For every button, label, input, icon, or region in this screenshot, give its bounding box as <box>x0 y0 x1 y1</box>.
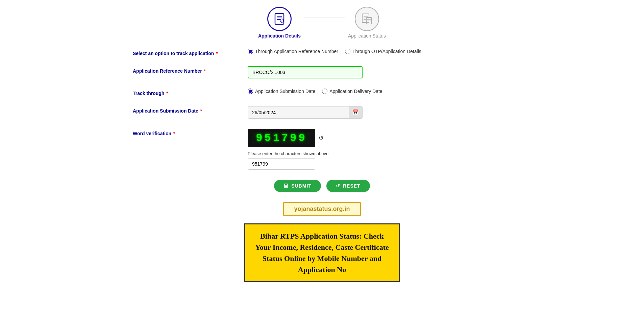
captcha-hint: Please enter the characters shown above <box>248 151 511 156</box>
ref-number-input-area <box>248 66 511 78</box>
submit-icon: 🖫 <box>283 183 289 189</box>
step-application-status[interactable]: Application Status <box>348 7 386 39</box>
radio-submission-date[interactable] <box>248 89 253 94</box>
svg-rect-6 <box>362 14 369 23</box>
step1-label: Application Details <box>258 33 301 39</box>
stepper: i Application Details Application Status <box>0 0 644 42</box>
radio-by-ref[interactable] <box>248 49 253 54</box>
word-verification-row: Word verification * 951799 ↺ Please ente… <box>133 129 511 170</box>
url-wrap: yojanastatus.org.in <box>133 202 511 220</box>
option-by-ref[interactable]: Through Application Reference Number <box>248 49 338 54</box>
track-through-inputs: Application Submission Date Application … <box>248 89 511 94</box>
calendar-icon-button[interactable]: 📅 <box>349 106 362 118</box>
step2-label: Application Status <box>348 33 386 39</box>
submission-date-input[interactable] <box>248 107 349 118</box>
required-star-5: * <box>173 131 175 136</box>
track-through-label: Track through * <box>133 89 248 96</box>
submission-date-input-area: 📅 <box>248 106 511 119</box>
required-star-4: * <box>200 108 202 114</box>
captcha-input[interactable] <box>248 158 315 170</box>
step1-circle: i <box>267 7 292 31</box>
promo-banner-text: Bihar RTPS Application Status: Check You… <box>252 231 392 275</box>
ref-number-row: Application Reference Number * <box>133 66 511 78</box>
option-by-otp[interactable]: Through OTP/Application Details <box>345 49 421 54</box>
submit-button[interactable]: 🖫 SUBMIT <box>274 180 321 192</box>
option-delivery-date[interactable]: Application Delivery Date <box>322 89 382 94</box>
radio-by-otp[interactable] <box>345 49 350 54</box>
step-application-details[interactable]: i Application Details <box>258 7 301 39</box>
required-star-2: * <box>204 68 206 74</box>
word-verification-label: Word verification * <box>133 129 248 136</box>
reset-button[interactable]: ↺ RESET <box>326 180 370 192</box>
submission-date-label: Application Submission Date * <box>133 106 248 114</box>
button-row: 🖫 SUBMIT ↺ RESET <box>133 180 511 192</box>
required-star-3: * <box>166 91 168 96</box>
track-option-label: Select an option to track application * <box>133 49 248 56</box>
svg-text:i: i <box>281 20 281 22</box>
date-input-wrap: 📅 <box>248 106 363 119</box>
ref-number-input[interactable] <box>248 66 363 78</box>
form-container: Select an option to track application * … <box>119 42 525 289</box>
radio-delivery-date[interactable] <box>322 89 327 94</box>
required-star-1: * <box>216 51 218 56</box>
reset-icon: ↺ <box>336 183 340 189</box>
promo-banner: Bihar RTPS Application Status: Check You… <box>244 223 400 282</box>
captcha-refresh-button[interactable]: ↺ <box>319 134 324 142</box>
submission-date-row: Application Submission Date * 📅 <box>133 106 511 119</box>
captcha-box: 951799 ↺ <box>248 129 511 147</box>
step2-circle <box>355 7 379 31</box>
track-through-row: Track through * Application Submission D… <box>133 89 511 96</box>
ref-number-label: Application Reference Number * <box>133 66 248 74</box>
website-url[interactable]: yojanastatus.org.in <box>283 202 361 216</box>
track-option-inputs: Through Application Reference Number Thr… <box>248 49 511 54</box>
option-submission-date[interactable]: Application Submission Date <box>248 89 315 94</box>
captcha-area: 951799 ↺ Please enter the characters sho… <box>248 129 511 170</box>
step-connector <box>304 18 345 18</box>
captcha-display: 951799 <box>252 132 310 144</box>
captcha-image: 951799 <box>248 129 315 147</box>
track-option-row: Select an option to track application * … <box>133 49 511 56</box>
